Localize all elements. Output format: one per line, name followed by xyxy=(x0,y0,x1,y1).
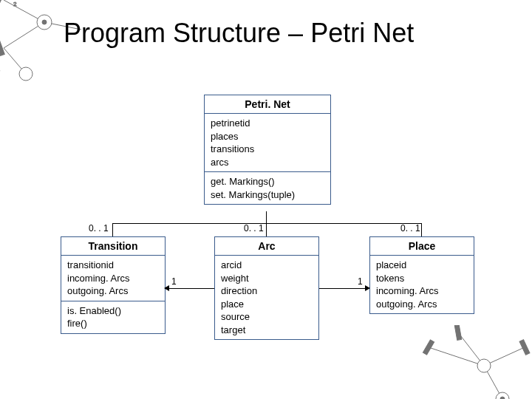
class-petrinet: Petri. Net petrinetid places transitions… xyxy=(204,95,331,205)
class-petrinet-ops: get. Markings() set. Markings(tuple) xyxy=(205,171,330,204)
connector-arc-place xyxy=(319,288,365,289)
multiplicity-transition: 0. . 1 xyxy=(89,223,109,233)
svg-rect-19 xyxy=(454,325,461,340)
svg-line-2 xyxy=(4,48,26,74)
attr: weight xyxy=(221,272,313,285)
connector-drop-place xyxy=(421,223,422,236)
op: set. Markings(tuple) xyxy=(211,188,324,202)
class-transition-attrs: transitionid incoming. Arcs outgoing. Ar… xyxy=(61,256,165,301)
op: is. Enabled() xyxy=(67,304,159,318)
attr: outgoing. Arcs xyxy=(67,284,159,298)
class-place: Place placeid tokens incoming. Arcs outg… xyxy=(369,236,474,314)
svg-point-4 xyxy=(37,15,52,30)
attr: source xyxy=(221,310,313,324)
attr: incoming. Arcs xyxy=(376,284,468,298)
svg-line-1 xyxy=(4,22,44,48)
attr: transitionid xyxy=(67,259,159,272)
svg-line-12 xyxy=(458,332,484,366)
slide-title: Program Structure – Petri Net xyxy=(64,18,414,49)
attr: tokens xyxy=(376,272,468,285)
op: fire() xyxy=(67,317,159,330)
attr: target xyxy=(221,324,313,337)
svg-point-16 xyxy=(496,392,509,399)
attr: places xyxy=(211,130,324,143)
svg-point-15 xyxy=(477,359,491,372)
connector-transition-arc xyxy=(168,288,214,289)
attr: transitions xyxy=(211,143,324,156)
svg-line-14 xyxy=(484,366,502,399)
multiplicity-place: 0. . 1 xyxy=(400,223,420,233)
class-transition: Transition transitionid incoming. Arcs o… xyxy=(61,236,166,334)
decorative-petri-sketch-bottom xyxy=(414,325,532,399)
class-transition-ops: is. Enabled() fire() xyxy=(61,301,165,333)
class-place-name: Place xyxy=(370,237,474,256)
multiplicity-one-left: 1 xyxy=(171,276,177,287)
class-arc-name: Arc xyxy=(215,237,318,256)
attr: incoming. Arcs xyxy=(67,272,159,285)
connector-horizontal-main xyxy=(112,223,421,224)
arrowhead-left xyxy=(164,285,169,291)
svg-text:2: 2 xyxy=(13,1,17,7)
class-petrinet-name: Petri. Net xyxy=(205,95,330,114)
class-transition-name: Transition xyxy=(61,237,165,256)
attr: arcid xyxy=(221,259,313,272)
svg-rect-18 xyxy=(423,340,434,355)
connector-vertical-main xyxy=(266,211,267,223)
attr: place xyxy=(221,298,313,311)
class-place-attrs: placeid tokens incoming. Arcs outgoing. … xyxy=(370,256,474,313)
attr: outgoing. Arcs xyxy=(376,298,468,311)
svg-point-6 xyxy=(19,67,33,81)
svg-rect-20 xyxy=(519,340,530,355)
connector-drop-transition xyxy=(112,223,113,236)
svg-rect-9 xyxy=(0,41,4,56)
attr: petrinetid xyxy=(211,117,324,130)
svg-line-13 xyxy=(484,347,525,366)
multiplicity-one-right: 1 xyxy=(358,276,363,287)
class-arc: Arc arcid weight direction place source … xyxy=(214,236,319,340)
svg-line-11 xyxy=(429,347,484,366)
svg-point-5 xyxy=(42,20,47,24)
connector-drop-arc xyxy=(266,223,267,236)
attr: direction xyxy=(221,284,313,298)
multiplicity-arc: 0. . 1 xyxy=(244,223,264,233)
svg-line-0 xyxy=(4,0,44,22)
svg-rect-8 xyxy=(0,0,5,4)
class-arc-attrs: arcid weight direction place source targ… xyxy=(215,256,318,339)
class-petrinet-attrs: petrinetid places transitions arcs xyxy=(205,114,330,171)
op: get. Markings() xyxy=(211,175,324,188)
arrowhead-right xyxy=(365,285,370,291)
attr: arcs xyxy=(211,156,324,169)
attr: placeid xyxy=(376,259,468,272)
